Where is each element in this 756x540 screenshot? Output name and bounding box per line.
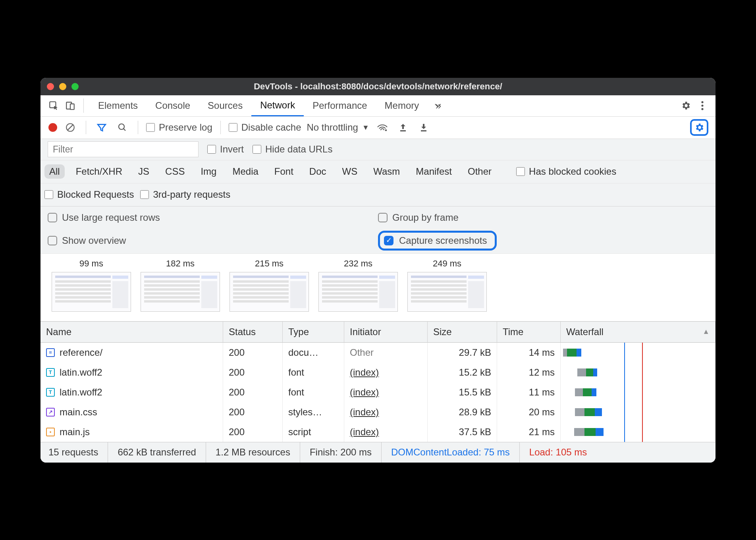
svg-rect-9 xyxy=(400,130,406,131)
disable-cache-label: Disable cache xyxy=(241,122,301,133)
screenshot-time-label: 215 ms xyxy=(255,258,284,269)
filter-chip-other[interactable]: Other xyxy=(463,164,496,179)
invert-checkbox[interactable]: Invert xyxy=(207,144,244,155)
cell-waterfall xyxy=(561,363,716,382)
status-domcontentloaded: DOMContentLoaded: 75 ms xyxy=(382,442,520,463)
cell-size: 37.5 kB xyxy=(428,422,497,442)
cell-initiator[interactable]: (index) xyxy=(344,402,428,422)
svg-point-5 xyxy=(701,108,703,110)
svg-point-7 xyxy=(119,124,124,129)
has-blocked-cookies-label: Has blocked cookies xyxy=(529,166,616,177)
throttling-dropdown[interactable]: No throttling ▼ xyxy=(307,122,369,133)
screenshot-strip: 99 ms182 ms215 ms232 ms249 ms xyxy=(40,254,716,321)
hide-data-urls-checkbox[interactable]: Hide data URLs xyxy=(253,144,332,155)
cell-initiator[interactable]: (index) xyxy=(344,422,428,442)
screenshot-image xyxy=(141,272,220,312)
clear-icon[interactable] xyxy=(63,120,78,135)
tab-console[interactable]: Console xyxy=(147,95,199,116)
use-large-rows-checkbox[interactable]: Use large request rows xyxy=(48,209,378,226)
file-type-icon: T xyxy=(46,368,55,377)
column-header-time[interactable]: Time xyxy=(497,321,561,343)
requests-table: NameStatusTypeInitiatorSizeTimeWaterfall… xyxy=(40,321,716,442)
third-party-checkbox[interactable]: 3rd-party requests xyxy=(140,189,230,200)
record-button[interactable] xyxy=(48,123,57,132)
column-header-type[interactable]: Type xyxy=(283,321,344,343)
search-icon[interactable] xyxy=(115,120,130,135)
screenshot-thumb[interactable]: 215 ms xyxy=(230,258,309,312)
settings-gear-icon[interactable] xyxy=(678,98,693,113)
upload-icon[interactable] xyxy=(395,120,411,135)
filter-input[interactable] xyxy=(48,141,199,157)
screenshot-image xyxy=(52,272,131,312)
cell-type: docu… xyxy=(283,343,344,363)
cell-status: 200 xyxy=(223,422,283,442)
screenshot-thumb[interactable]: 99 ms xyxy=(52,258,131,312)
cell-name[interactable]: ↗main.css xyxy=(40,402,223,422)
column-header-initiator[interactable]: Initiator xyxy=(344,321,428,343)
network-settings-panel: Use large request rows Group by frame Sh… xyxy=(40,206,716,254)
cell-name[interactable]: •main.js xyxy=(40,422,223,442)
screenshot-image xyxy=(230,272,309,312)
tab-elements[interactable]: Elements xyxy=(89,95,147,116)
filter-chip-all[interactable]: All xyxy=(44,164,65,179)
filter-chip-img[interactable]: Img xyxy=(196,164,221,179)
device-toggle-icon[interactable] xyxy=(63,98,78,113)
column-header-size[interactable]: Size xyxy=(428,321,497,343)
cell-status: 200 xyxy=(223,363,283,382)
throttling-value: No throttling xyxy=(307,122,358,133)
download-icon[interactable] xyxy=(416,120,431,135)
filter-chip-fetchxhr[interactable]: Fetch/XHR xyxy=(71,164,127,179)
use-large-rows-label: Use large request rows xyxy=(62,212,160,223)
tab-performance[interactable]: Performance xyxy=(304,95,376,116)
group-by-frame-checkbox[interactable]: Group by frame xyxy=(378,209,708,226)
tab-sources[interactable]: Sources xyxy=(199,95,251,116)
more-tabs-icon[interactable]: » xyxy=(433,98,448,113)
filter-chip-js[interactable]: JS xyxy=(133,164,154,179)
cell-time: 11 ms xyxy=(497,382,561,402)
show-overview-checkbox[interactable]: Show overview xyxy=(48,232,378,249)
disable-cache-checkbox[interactable]: Disable cache xyxy=(229,122,301,133)
column-header-name[interactable]: Name xyxy=(40,321,223,343)
blocked-requests-checkbox[interactable]: Blocked Requests xyxy=(44,189,134,200)
cell-initiator[interactable]: (index) xyxy=(344,363,428,382)
preserve-log-checkbox[interactable]: Preserve log xyxy=(146,122,212,133)
status-load: Load: 105 ms xyxy=(520,442,596,463)
cell-name[interactable]: Tlatin.woff2 xyxy=(40,382,223,402)
screenshot-thumb[interactable]: 249 ms xyxy=(407,258,487,312)
screenshot-thumb[interactable]: 232 ms xyxy=(318,258,398,312)
network-conditions-icon[interactable] xyxy=(375,120,390,135)
filter-chip-media[interactable]: Media xyxy=(228,164,263,179)
filter-chip-css[interactable]: CSS xyxy=(160,164,189,179)
network-settings-button[interactable] xyxy=(690,119,708,136)
filter-chip-font[interactable]: Font xyxy=(270,164,298,179)
filter-chip-doc[interactable]: Doc xyxy=(305,164,331,179)
devtools-window: DevTools - localhost:8080/docs/devtools/… xyxy=(40,78,716,463)
cell-initiator[interactable]: (index) xyxy=(344,382,428,402)
extra-filters: Blocked Requests 3rd-party requests xyxy=(40,183,716,206)
tab-memory[interactable]: Memory xyxy=(376,95,428,116)
svg-rect-10 xyxy=(421,130,426,131)
cell-type: font xyxy=(283,382,344,402)
filter-icon[interactable] xyxy=(94,120,109,135)
filter-chip-manifest[interactable]: Manifest xyxy=(411,164,457,179)
cell-size: 29.7 kB xyxy=(428,343,497,363)
column-header-waterfall[interactable]: Waterfall▲ xyxy=(561,321,716,343)
filter-chip-wasm[interactable]: Wasm xyxy=(368,164,405,179)
status-finish: Finish: 200 ms xyxy=(300,442,382,463)
screenshot-thumb[interactable]: 182 ms xyxy=(141,258,220,312)
cell-name[interactable]: ≡reference/ xyxy=(40,343,223,363)
screenshot-time-label: 249 ms xyxy=(433,258,461,269)
svg-rect-2 xyxy=(70,104,74,110)
tab-network[interactable]: Network xyxy=(251,95,304,116)
file-type-icon: ≡ xyxy=(46,348,55,357)
column-header-status[interactable]: Status xyxy=(223,321,283,343)
has-blocked-cookies-checkbox[interactable]: Has blocked cookies xyxy=(516,166,616,177)
inspect-icon[interactable] xyxy=(46,98,61,113)
cell-name[interactable]: Tlatin.woff2 xyxy=(40,363,223,382)
screenshot-time-label: 99 ms xyxy=(79,258,103,269)
filter-chip-ws[interactable]: WS xyxy=(338,164,363,179)
screenshot-time-label: 182 ms xyxy=(166,258,195,269)
kebab-menu-icon[interactable] xyxy=(695,98,710,113)
type-filter-chips: AllFetch/XHRJSCSSImgMediaFontDocWSWasmMa… xyxy=(40,160,716,183)
capture-screenshots-checkbox[interactable]: Capture screenshots xyxy=(378,231,497,251)
